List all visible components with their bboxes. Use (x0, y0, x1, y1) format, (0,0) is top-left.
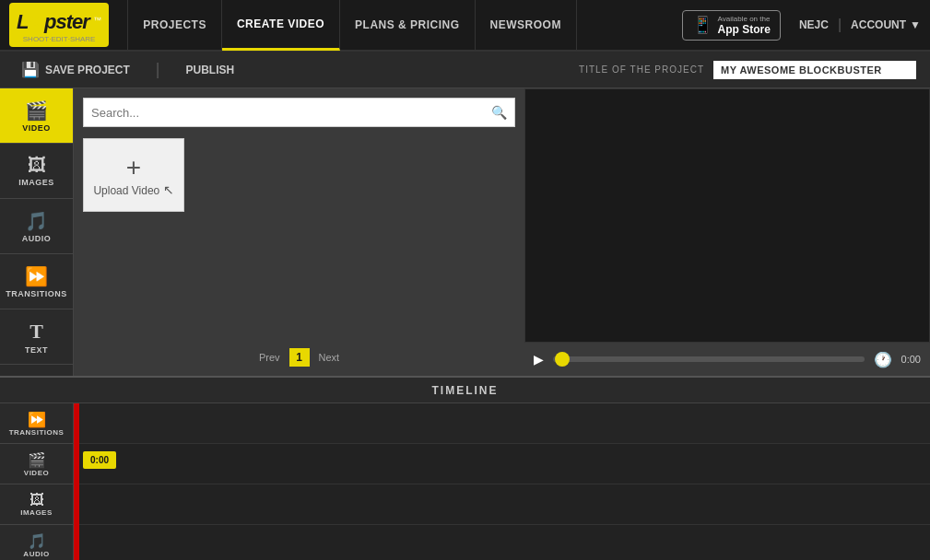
sidebar-label-video: VIDEO (22, 123, 51, 133)
timeline-body: ⏩ TRANSITIONS 🎬 VIDEO 🖼 IMAGES 🎵 AUDIO T (0, 403, 930, 560)
text-icon: T (29, 320, 43, 344)
chevron-down-icon: ▼ (910, 18, 921, 31)
logo-text: L∞pster (17, 10, 89, 33)
video-icon: 🎬 (25, 99, 48, 122)
timeline-section: TIMELINE ⏩ TRANSITIONS 🎬 VIDEO 🖼 IMAGES … (0, 376, 930, 560)
nav-plans-pricing[interactable]: PLANS & PRICING (340, 0, 476, 51)
top-navigation: L∞pster ™ SHOOT·EDIT·SHARE PROJECTS CREA… (0, 0, 930, 52)
prev-page-button[interactable]: Prev (259, 352, 280, 363)
time-icon: 🕐 (874, 351, 892, 368)
sidebar-label-audio: AUDIO (22, 234, 52, 243)
nav-create-video[interactable]: CREATE VIDEO (222, 0, 340, 51)
project-title-input[interactable] (713, 61, 916, 79)
progress-bar[interactable] (553, 356, 865, 362)
sidebar-label-transitions: TRANSITIONS (6, 289, 67, 298)
time-block: 0:00 (83, 451, 116, 469)
timeline-label: TIMELINE (432, 384, 499, 397)
timeline-video-icon: 🎬 (28, 451, 46, 469)
timeline-transitions-icon: ⏩ (28, 411, 46, 428)
sidebar-item-transitions[interactable]: ⏩ TRANSITIONS (0, 254, 73, 309)
images-icon: 🖼 (28, 155, 46, 176)
save-project-button[interactable]: 💾 SAVE PROJECT (14, 57, 137, 82)
timeline-audio-text: AUDIO (23, 550, 49, 558)
logo-tm: ™ (93, 16, 101, 25)
sidebar-item-video[interactable]: 🎬 VIDEO (0, 88, 73, 144)
main-content: 🎬 VIDEO 🖼 IMAGES 🎵 AUDIO ⏩ TRANSITIONS T… (0, 88, 930, 376)
project-title-label: TITLE OF THE PROJECT (579, 64, 704, 75)
timeline-red-marker (74, 403, 79, 444)
nav-newsroom[interactable]: NEWSROOM (476, 0, 577, 51)
timeline-images-icon: 🖼 (29, 492, 44, 508)
timeline-sidebar: ⏩ TRANSITIONS 🎬 VIDEO 🖼 IMAGES 🎵 AUDIO T (0, 403, 74, 560)
next-page-button[interactable]: Next (319, 352, 340, 363)
transitions-track-row (74, 403, 930, 444)
timeline-red-marker-images (74, 484, 79, 525)
app-store-top-text: Available on the (718, 15, 771, 23)
upload-video-card[interactable]: + Upload Video ↖ (83, 138, 184, 212)
timeline-transitions-text: TRANSITIONS (9, 428, 65, 437)
transitions-icon: ⏩ (25, 265, 48, 287)
sidebar-label-images: IMAGES (18, 178, 54, 187)
timeline-video-text: VIDEO (24, 469, 49, 477)
timeline-red-marker-video (74, 444, 79, 484)
timeline-audio-icon: 🎵 (28, 532, 46, 550)
audio-icon: 🎵 (25, 210, 48, 232)
nav-right: 📱 Available on the App Store NEJC | ACCO… (682, 10, 921, 41)
left-sidebar: 🎬 VIDEO 🖼 IMAGES 🎵 AUDIO ⏩ TRANSITIONS T… (0, 88, 74, 376)
timeline-tracks[interactable]: 0:00 (74, 403, 930, 560)
images-track-row (74, 484, 930, 525)
save-label: SAVE PROJECT (45, 64, 130, 76)
nav-user: NEJC | ACCOUNT ▼ (790, 17, 921, 33)
logo: L∞pster ™ SHOOT·EDIT·SHARE (9, 3, 109, 47)
time-display: 0:00 (901, 354, 921, 365)
timeline-track-video: 🎬 VIDEO (0, 444, 73, 484)
timeline-header: TIMELINE (0, 378, 930, 403)
sidebar-label-text: TEXT (25, 345, 48, 355)
save-icon: 💾 (21, 61, 40, 78)
account-button[interactable]: ACCOUNT ▼ (851, 18, 921, 31)
phone-icon: 📱 (692, 15, 712, 35)
publish-label: PUBLISH (186, 64, 235, 76)
nav-divider: | (838, 17, 842, 33)
preview-screen (524, 88, 930, 343)
preview-controls: ▶ 🕐 0:00 (524, 343, 930, 376)
app-store-bottom-text: App Store (718, 23, 771, 36)
timeline-images-text: IMAGES (20, 508, 53, 517)
audio-track-row (74, 525, 930, 560)
media-grid: + Upload Video ↖ (83, 138, 515, 212)
cursor-icon: ↖ (163, 182, 174, 197)
current-page: 1 (289, 348, 310, 367)
logo-tagline: SHOOT·EDIT·SHARE (17, 35, 101, 43)
toolbar: 💾 SAVE PROJECT | PUBLISH TITLE OF THE PR… (0, 52, 930, 88)
plus-icon: + (126, 153, 141, 182)
app-store-button[interactable]: 📱 Available on the App Store (682, 10, 781, 41)
sidebar-item-images[interactable]: 🖼 IMAGES (0, 144, 73, 199)
upload-label: Upload Video ↖ (93, 182, 173, 197)
search-icon[interactable]: 🔍 (491, 105, 507, 120)
content-area: 🔍 + Upload Video ↖ Prev 1 Next (74, 88, 524, 376)
timeline-track-images: 🖼 IMAGES (0, 484, 73, 525)
play-button[interactable]: ▶ (534, 352, 544, 367)
search-input[interactable] (91, 106, 491, 120)
sidebar-item-audio[interactable]: 🎵 AUDIO (0, 199, 73, 254)
project-title-section: TITLE OF THE PROJECT (579, 61, 916, 79)
nav-projects[interactable]: PROJECTS (127, 0, 222, 51)
toolbar-divider: | (156, 60, 160, 79)
pagination: Prev 1 Next (83, 341, 515, 367)
publish-button[interactable]: PUBLISH (179, 60, 242, 80)
sidebar-item-text[interactable]: T TEXT (0, 309, 73, 365)
video-track-row: 0:00 (74, 444, 930, 484)
timeline-track-transitions: ⏩ TRANSITIONS (0, 403, 73, 444)
video-preview: ▶ 🕐 0:00 (524, 88, 930, 376)
user-name[interactable]: NEJC (799, 18, 829, 31)
timeline-track-audio: 🎵 AUDIO (0, 525, 73, 560)
timeline-red-marker-audio (74, 525, 79, 560)
progress-handle[interactable] (555, 352, 570, 367)
nav-links: PROJECTS CREATE VIDEO PLANS & PRICING NE… (127, 0, 681, 51)
search-bar: 🔍 (83, 98, 515, 127)
logo-area: L∞pster ™ SHOOT·EDIT·SHARE (9, 3, 109, 47)
